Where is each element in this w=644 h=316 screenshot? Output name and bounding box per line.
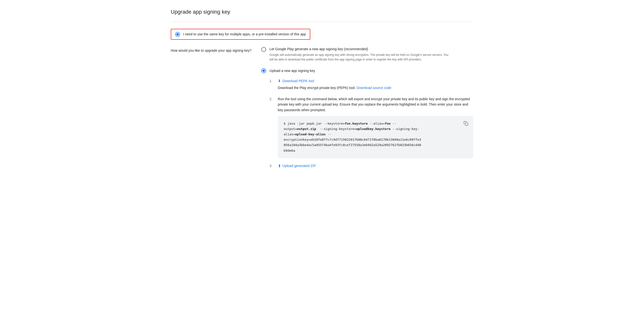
step-2-number: 2. (270, 96, 274, 102)
step-1: 1. ⬇ Download PEPK tool Download the P (270, 78, 473, 91)
google-generate-desc-block: Let Google Play generate a new app signi… (270, 46, 452, 62)
google-generate-title: Let Google Play generate a new app signi… (270, 46, 452, 52)
same-key-option[interactable]: I need to use the same key for multiple … (171, 29, 310, 40)
same-key-label: I need to use the same key for multiple … (183, 32, 306, 37)
step-1-number: 1. (270, 78, 274, 84)
google-generate-option[interactable]: Let Google Play generate a new app signi… (261, 46, 473, 62)
google-generate-sub: Google will automatically generate an ap… (270, 53, 452, 62)
step-2: 2. Run the tool using the command below,… (270, 96, 473, 158)
upload-icon: ⬆ (278, 163, 281, 169)
step-3-number: 3. (270, 163, 274, 168)
same-key-radio[interactable] (175, 32, 180, 37)
step-1-content: ⬇ Download PEPK tool Download the Play e… (278, 78, 391, 91)
google-generate-radio[interactable] (261, 47, 266, 52)
code-block: $ java -jar pepk.jar --keystore=foo.keys… (278, 116, 473, 158)
download-source-code-link[interactable]: Download source code (357, 86, 391, 90)
svg-rect-0 (466, 123, 468, 126)
first-option-row: I need to use the same key for multiple … (171, 29, 473, 40)
upload-zip-link[interactable]: ⬆ Upload generated ZIP (278, 163, 316, 169)
page-title: Upgrade app signing key (171, 8, 473, 16)
step-2-content: Run the tool using the command below, wh… (278, 96, 473, 158)
step-3: 3. ⬆ Upload generated ZIP (270, 163, 473, 169)
right-content: Let Google Play generate a new app signi… (261, 46, 473, 180)
step-3-content: ⬆ Upload generated ZIP (278, 163, 316, 169)
main-layout: How would you like to upgrade your app s… (171, 46, 473, 180)
divider (171, 22, 473, 22)
download-pepk-link[interactable]: ⬇ Download PEPK tool (278, 78, 314, 84)
upgrade-question-label: How would you like to upgrade your app s… (171, 46, 252, 53)
copy-code-button[interactable] (462, 120, 469, 127)
upload-key-option[interactable]: Upload a new app signing key 1. ⬇ Downlo… (261, 68, 473, 174)
upload-key-title: Upload a new app signing key (270, 68, 473, 73)
steps-list: 1. ⬇ Download PEPK tool Download the P (270, 78, 473, 169)
step-2-desc: Run the tool using the command below, wh… (278, 96, 473, 113)
download-icon: ⬇ (278, 78, 281, 84)
upload-key-radio[interactable] (261, 68, 266, 73)
step-1-desc: Download the Play encrypt private key (P… (278, 85, 391, 90)
code-text: $ java -jar pepk.jar --keystore=foo.keys… (284, 121, 468, 153)
upload-key-content: Upload a new app signing key 1. ⬇ Downlo… (270, 68, 473, 174)
